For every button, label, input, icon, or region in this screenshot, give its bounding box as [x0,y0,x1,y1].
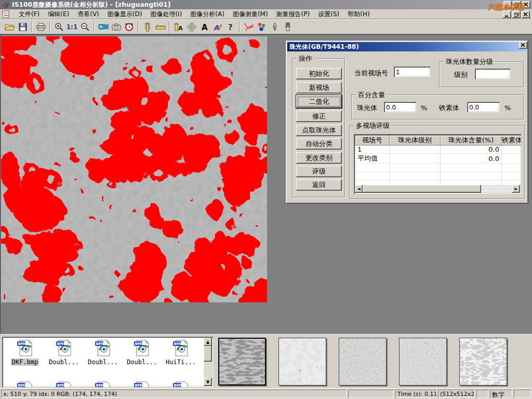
micrograph-image[interactable] [1,36,267,302]
measure-text-button[interactable]: A [172,21,185,33]
pearlite-percent-input[interactable] [384,102,416,112]
curve-tool-button[interactable] [242,21,255,33]
thumbnail-5[interactable] [459,338,507,385]
filelist-vscrollbar[interactable]: ▲ ▼ [204,338,212,386]
menu-file[interactable]: 文件(F) [15,9,44,20]
initialize-button[interactable]: 初始化 [296,68,342,79]
file-item[interactable]: BMP [123,380,161,387]
label-points-button[interactable] [255,21,268,33]
open-file-button[interactable] [3,21,16,33]
mdi-restore-button[interactable] [512,11,521,18]
save-button[interactable] [16,21,29,33]
col-field-number[interactable]: 视场号 [355,136,390,145]
bmp-file-icon: BMP [16,339,34,357]
change-class-button[interactable]: 更改类别 [296,152,342,164]
thumbnail-3[interactable] [339,338,387,385]
file-item[interactable]: BMP Doubl... [84,339,122,366]
video-camera-button[interactable] [97,21,110,33]
brush-tool-button[interactable] [281,21,294,33]
zoom-out-button[interactable] [78,21,91,33]
file-item[interactable]: BMP Doubl... [45,339,83,366]
dialog-close-button[interactable] [519,42,527,49]
print-button[interactable] [34,21,47,33]
table-row[interactable]: 1 0.0 [355,145,522,154]
col-ferrite[interactable]: 铁素体 [502,136,522,145]
grade-button[interactable]: 评级 [296,166,342,177]
menu-help[interactable]: 帮助(H) [343,9,374,20]
correct-button[interactable]: 修正 [296,111,342,122]
bmp-file-icon: BMP [172,339,190,357]
pick-pearlite-button[interactable]: 点取珠光体 [296,125,342,136]
edit-annotation-button[interactable]: A [211,21,224,33]
return-button[interactable]: 返回 [296,179,342,191]
ruler-horizontal-button[interactable] [154,21,167,33]
file-browser: BMP DKF.bmp BMP Doubl... BMP [2,337,213,387]
text-label-button[interactable]: A [198,21,211,33]
thumbnail-1[interactable] [218,338,266,385]
vscroll-thumb[interactable] [204,346,212,362]
help-button[interactable]: ? [224,21,237,33]
toolbar: 1:1 A A A ? [0,19,532,34]
menu-image-measure[interactable]: 图像测量(M) [229,9,272,20]
table-row[interactable]: 平均值 0.0 [355,154,522,164]
close-button[interactable] [522,1,530,8]
svg-text:BMP: BMP [135,342,144,346]
printer-icon [36,23,46,31]
thumbnail-4[interactable] [399,338,447,385]
toolbar-separator [239,21,240,33]
svg-text:BMP: BMP [18,342,27,346]
timer-button[interactable] [123,21,136,33]
minimize-button[interactable] [503,1,512,8]
actual-size-button[interactable]: 1:1 [65,21,78,33]
menu-settings[interactable]: 设置(S) [314,9,343,20]
file-item[interactable]: BMP HuiTi... [162,339,200,366]
new-field-button[interactable]: 新视场 [296,82,342,94]
zoom-in-icon [55,22,63,31]
thumbnail-2[interactable] [278,338,326,385]
current-field-input[interactable] [394,66,430,77]
ferrite-percent-input[interactable] [467,102,499,112]
dialog-close-icon [521,43,525,47]
file-item[interactable]: BMP [6,380,44,387]
dialog-title-bar[interactable]: 珠光体(GB/T9441-88) [287,42,527,51]
caliper-vertical-button[interactable] [141,21,154,33]
file-item[interactable]: BMP [45,380,83,387]
scroll-left-button[interactable]: ◄ [355,185,363,193]
grade-input[interactable] [475,69,510,79]
restore-button[interactable] [513,1,521,8]
help-icon: ? [228,23,234,31]
mdi-minimize-button[interactable] [503,11,511,18]
mdi-close-button[interactable] [522,11,530,18]
file-name: Doubl... [87,358,119,366]
pen-tool-button[interactable] [268,21,281,33]
col-pearlite-grade[interactable]: 珠光体级别 [390,136,441,145]
file-item[interactable]: BMP [162,380,200,387]
auto-classify-button[interactable]: 自动分类 [296,138,342,150]
file-item[interactable]: BMP DKF.bmp [6,339,44,366]
hscroll-thumb[interactable] [363,185,481,193]
file-item[interactable]: BMP [84,380,122,387]
menu-edit[interactable]: 编辑(E) [44,9,73,20]
menu-image-analysis[interactable]: 图像分析(A) [186,9,229,20]
svg-text:A: A [178,25,183,32]
svg-text:BMP: BMP [174,342,183,346]
menu-image-display[interactable]: 图像显示(D) [103,9,147,20]
menu-image-processing[interactable]: 图像处理(I) [146,9,186,20]
status-time: Time (s): 0.113 [395,390,436,398]
scroll-right-icon: ► [514,187,517,191]
hscroll-track[interactable] [481,185,512,193]
grid-cross-button[interactable] [185,21,198,33]
capture-button[interactable] [110,21,123,33]
scroll-right-button[interactable]: ► [512,185,520,193]
menu-view[interactable]: 查看(V) [73,9,103,20]
bottom-panel: BMP DKF.bmp BMP Doubl... BMP [0,334,532,388]
table-hscrollbar[interactable]: ◄ ► [355,185,520,193]
scroll-down-button[interactable]: ▼ [204,378,212,386]
col-pearlite-content[interactable]: 珠光体含量(%) [441,136,502,145]
ferrite-label: 铁素体 [439,103,459,113]
menu-measure-report[interactable]: 测量报告(P) [272,9,314,20]
binarize-button[interactable]: 二值化 [296,95,342,108]
scroll-up-button[interactable]: ▲ [204,338,212,346]
file-item[interactable]: BMP Doubl... [123,339,161,366]
zoom-in-button[interactable] [52,21,65,33]
